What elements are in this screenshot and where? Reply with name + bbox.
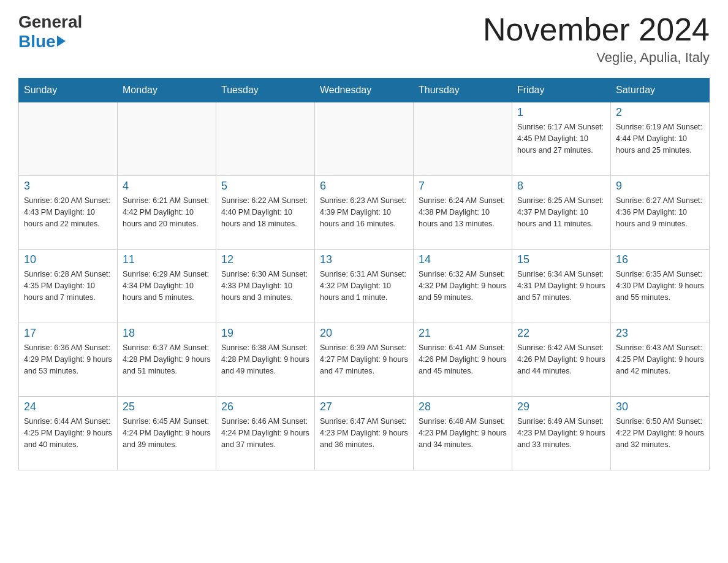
calendar-cell: 4Sunrise: 6:21 AM Sunset: 4:42 PM Daylig… (118, 176, 216, 250)
day-info: Sunrise: 6:20 AM Sunset: 4:43 PM Dayligh… (24, 195, 112, 229)
day-number: 26 (221, 400, 309, 413)
day-number: 1 (517, 106, 605, 119)
day-number: 10 (24, 253, 112, 266)
calendar-cell: 2Sunrise: 6:19 AM Sunset: 4:44 PM Daylig… (611, 102, 710, 176)
calendar-cell: 14Sunrise: 6:32 AM Sunset: 4:32 PM Dayli… (414, 250, 512, 323)
weekday-header-sunday: Sunday (19, 79, 118, 102)
logo-blue: Blue (18, 32, 56, 52)
day-number: 17 (24, 327, 112, 340)
calendar-cell: 11Sunrise: 6:29 AM Sunset: 4:34 PM Dayli… (118, 250, 216, 323)
calendar-cell: 10Sunrise: 6:28 AM Sunset: 4:35 PM Dayli… (19, 250, 118, 323)
day-number: 23 (616, 327, 704, 340)
day-info: Sunrise: 6:42 AM Sunset: 4:26 PM Dayligh… (517, 342, 605, 377)
calendar-cell: 29Sunrise: 6:49 AM Sunset: 4:23 PM Dayli… (512, 397, 611, 470)
day-info: Sunrise: 6:45 AM Sunset: 4:24 PM Dayligh… (123, 416, 211, 450)
calendar-cell: 16Sunrise: 6:35 AM Sunset: 4:30 PM Dayli… (611, 250, 710, 323)
day-info: Sunrise: 6:36 AM Sunset: 4:29 PM Dayligh… (24, 342, 112, 377)
day-number: 4 (123, 180, 211, 193)
day-number: 20 (320, 327, 408, 340)
week-row-5: 24Sunrise: 6:44 AM Sunset: 4:25 PM Dayli… (19, 397, 710, 470)
calendar-cell: 30Sunrise: 6:50 AM Sunset: 4:22 PM Dayli… (611, 397, 710, 470)
day-info: Sunrise: 6:37 AM Sunset: 4:28 PM Dayligh… (123, 342, 211, 377)
calendar-cell: 13Sunrise: 6:31 AM Sunset: 4:32 PM Dayli… (315, 250, 414, 323)
day-number: 19 (221, 327, 309, 340)
day-info: Sunrise: 6:34 AM Sunset: 4:31 PM Dayligh… (517, 269, 605, 303)
logo: General Blue (18, 12, 82, 52)
day-info: Sunrise: 6:19 AM Sunset: 4:44 PM Dayligh… (616, 121, 704, 156)
day-info: Sunrise: 6:35 AM Sunset: 4:30 PM Dayligh… (616, 269, 704, 303)
day-info: Sunrise: 6:24 AM Sunset: 4:38 PM Dayligh… (419, 195, 507, 229)
day-number: 6 (320, 180, 408, 193)
day-number: 22 (517, 327, 605, 340)
weekday-header-friday: Friday (512, 79, 611, 102)
calendar-cell: 22Sunrise: 6:42 AM Sunset: 4:26 PM Dayli… (512, 323, 611, 397)
calendar-cell: 9Sunrise: 6:27 AM Sunset: 4:36 PM Daylig… (611, 176, 710, 250)
day-info: Sunrise: 6:27 AM Sunset: 4:36 PM Dayligh… (616, 195, 704, 229)
calendar-cell: 5Sunrise: 6:22 AM Sunset: 4:40 PM Daylig… (216, 176, 315, 250)
day-number: 12 (221, 253, 309, 266)
day-number: 25 (123, 400, 211, 413)
day-info: Sunrise: 6:41 AM Sunset: 4:26 PM Dayligh… (419, 342, 507, 377)
day-info: Sunrise: 6:23 AM Sunset: 4:39 PM Dayligh… (320, 195, 408, 229)
week-row-2: 3Sunrise: 6:20 AM Sunset: 4:43 PM Daylig… (19, 176, 710, 250)
calendar-cell: 12Sunrise: 6:30 AM Sunset: 4:33 PM Dayli… (216, 250, 315, 323)
calendar-cell (414, 102, 512, 176)
day-number: 7 (419, 180, 507, 193)
calendar-cell: 15Sunrise: 6:34 AM Sunset: 4:31 PM Dayli… (512, 250, 611, 323)
day-info: Sunrise: 6:46 AM Sunset: 4:24 PM Dayligh… (221, 416, 309, 450)
day-info: Sunrise: 6:25 AM Sunset: 4:37 PM Dayligh… (517, 195, 605, 229)
day-number: 29 (517, 400, 605, 413)
weekday-header-row: SundayMondayTuesdayWednesdayThursdayFrid… (19, 79, 710, 102)
day-info: Sunrise: 6:43 AM Sunset: 4:25 PM Dayligh… (616, 342, 704, 377)
day-number: 28 (419, 400, 507, 413)
calendar-cell (216, 102, 315, 176)
weekday-header-saturday: Saturday (611, 79, 710, 102)
day-info: Sunrise: 6:38 AM Sunset: 4:28 PM Dayligh… (221, 342, 309, 377)
day-info: Sunrise: 6:50 AM Sunset: 4:22 PM Dayligh… (616, 416, 704, 450)
calendar-cell: 18Sunrise: 6:37 AM Sunset: 4:28 PM Dayli… (118, 323, 216, 397)
day-info: Sunrise: 6:21 AM Sunset: 4:42 PM Dayligh… (123, 195, 211, 229)
calendar-subtitle: Veglie, Apulia, Italy (483, 50, 710, 66)
calendar-cell: 20Sunrise: 6:39 AM Sunset: 4:27 PM Dayli… (315, 323, 414, 397)
day-info: Sunrise: 6:30 AM Sunset: 4:33 PM Dayligh… (221, 269, 309, 303)
calendar-cell: 24Sunrise: 6:44 AM Sunset: 4:25 PM Dayli… (19, 397, 118, 470)
calendar-cell: 17Sunrise: 6:36 AM Sunset: 4:29 PM Dayli… (19, 323, 118, 397)
calendar-cell (315, 102, 414, 176)
calendar-cell: 25Sunrise: 6:45 AM Sunset: 4:24 PM Dayli… (118, 397, 216, 470)
day-number: 24 (24, 400, 112, 413)
calendar-cell (118, 102, 216, 176)
day-info: Sunrise: 6:29 AM Sunset: 4:34 PM Dayligh… (123, 269, 211, 303)
calendar-table: SundayMondayTuesdayWednesdayThursdayFrid… (18, 78, 710, 470)
day-info: Sunrise: 6:44 AM Sunset: 4:25 PM Dayligh… (24, 416, 112, 450)
weekday-header-monday: Monday (118, 79, 216, 102)
day-number: 21 (419, 327, 507, 340)
logo-general: General (18, 12, 82, 32)
week-row-3: 10Sunrise: 6:28 AM Sunset: 4:35 PM Dayli… (19, 250, 710, 323)
calendar-cell: 19Sunrise: 6:38 AM Sunset: 4:28 PM Dayli… (216, 323, 315, 397)
day-number: 2 (616, 106, 704, 119)
calendar-title-area: November 2024 Veglie, Apulia, Italy (483, 12, 710, 66)
day-number: 11 (123, 253, 211, 266)
calendar-cell: 6Sunrise: 6:23 AM Sunset: 4:39 PM Daylig… (315, 176, 414, 250)
weekday-header-wednesday: Wednesday (315, 79, 414, 102)
day-number: 30 (616, 400, 704, 413)
calendar-cell: 26Sunrise: 6:46 AM Sunset: 4:24 PM Dayli… (216, 397, 315, 470)
day-info: Sunrise: 6:28 AM Sunset: 4:35 PM Dayligh… (24, 269, 112, 303)
day-number: 13 (320, 253, 408, 266)
day-number: 16 (616, 253, 704, 266)
day-info: Sunrise: 6:48 AM Sunset: 4:23 PM Dayligh… (419, 416, 507, 450)
day-info: Sunrise: 6:22 AM Sunset: 4:40 PM Dayligh… (221, 195, 309, 229)
calendar-title: November 2024 (483, 12, 710, 47)
page-header: General Blue November 2024 Veglie, Apuli… (18, 12, 710, 66)
calendar-cell: 23Sunrise: 6:43 AM Sunset: 4:25 PM Dayli… (611, 323, 710, 397)
day-info: Sunrise: 6:32 AM Sunset: 4:32 PM Dayligh… (419, 269, 507, 303)
weekday-header-thursday: Thursday (414, 79, 512, 102)
day-number: 3 (24, 180, 112, 193)
day-number: 9 (616, 180, 704, 193)
calendar-cell: 27Sunrise: 6:47 AM Sunset: 4:23 PM Dayli… (315, 397, 414, 470)
calendar-cell: 21Sunrise: 6:41 AM Sunset: 4:26 PM Dayli… (414, 323, 512, 397)
calendar-cell: 8Sunrise: 6:25 AM Sunset: 4:37 PM Daylig… (512, 176, 611, 250)
day-info: Sunrise: 6:47 AM Sunset: 4:23 PM Dayligh… (320, 416, 408, 450)
day-info: Sunrise: 6:49 AM Sunset: 4:23 PM Dayligh… (517, 416, 605, 450)
day-number: 15 (517, 253, 605, 266)
